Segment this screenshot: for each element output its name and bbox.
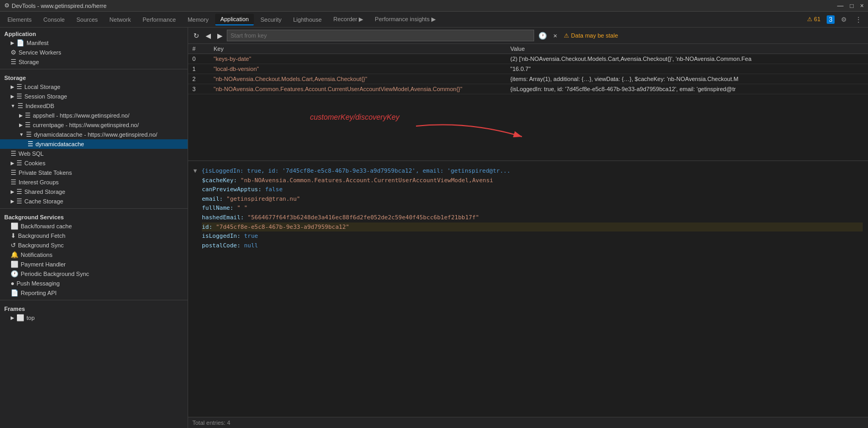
sidebar-item-interest-groups[interactable]: ☰ Interest Groups (0, 177, 188, 187)
divider-1 (0, 69, 188, 69)
cache-storage-icon: ☰ (16, 198, 22, 205)
tab-elements[interactable]: Elements (2, 14, 37, 25)
sidebar-item-notifications[interactable]: 🔔 Notifications (0, 250, 188, 260)
sidebar-item-background-fetch[interactable]: ⬇ Background Fetch (0, 231, 188, 240)
sidebar-item-appshell[interactable]: ▶ ☰ appshell - https://www.getinspired.n… (0, 111, 188, 120)
more-icon[interactable]: ⋮ (853, 15, 864, 24)
tab-sources[interactable]: Sources (71, 14, 103, 25)
table-row[interactable]: 1 "local-db-version" "16.0.7" (188, 64, 868, 74)
back-button[interactable]: ◀ (203, 31, 213, 41)
sidebar-item-payment-handler[interactable]: ⬜ Payment Handler (0, 260, 188, 269)
col-header-num: # (188, 44, 209, 54)
close-btn[interactable]: × (860, 2, 864, 10)
sidebar-item-shared-storage[interactable]: ▶ ☰ Shared Storage (0, 187, 188, 197)
key-filter-input[interactable] (227, 30, 534, 41)
value-panel-container: ▼ {isLoggedIn: true, id: '7d45cf8e-e5c8-… (188, 160, 868, 417)
console-badge[interactable]: 3 (827, 15, 835, 24)
cell-key: "local-db-version" (209, 64, 506, 74)
dynamicdatacache-db-label: dynamicdatacache - https://www.getinspir… (34, 131, 157, 138)
reporting-api-label: Reporting API (21, 290, 57, 296)
title-bar-controls: — □ × (837, 2, 864, 10)
maximize-btn[interactable]: □ (850, 2, 854, 10)
sidebar-item-storage-app[interactable]: ☰ Storage (0, 57, 188, 67)
sidebar-item-service-workers[interactable]: ⚙ Service Workers (0, 48, 188, 57)
clock-button[interactable]: 🕐 (536, 31, 549, 41)
warning-badge[interactable]: ⚠ 61 (805, 15, 822, 24)
payment-handler-icon: ⬜ (11, 261, 19, 268)
tab-security[interactable]: Security (255, 14, 287, 25)
sidebar-item-cookies[interactable]: ▶ ☰ Cookies (0, 158, 188, 168)
tab-lighthouse[interactable]: Lighthouse (288, 14, 327, 25)
tab-memory[interactable]: Memory (182, 14, 214, 25)
forward-button[interactable]: ▶ (215, 31, 225, 41)
reporting-api-icon: 📄 (11, 289, 19, 297)
sidebar-item-session-storage[interactable]: ▶ ☰ Session Storage (0, 92, 188, 101)
sidebar-item-private-state-tokens[interactable]: ☰ Private State Tokens (0, 168, 188, 177)
minimize-btn[interactable]: — (837, 2, 844, 10)
push-messaging-icon: ● (11, 280, 14, 287)
sidebar-item-cache-storage[interactable]: ▶ ☰ Cache Storage (0, 197, 188, 206)
sidebar-item-dynamicdatacache[interactable]: ☰ dynamicdatacache (0, 139, 188, 149)
sidebar-item-web-sql[interactable]: ☰ Web SQL (0, 149, 188, 158)
prop-canpreview: canPreviewApptus: false (202, 185, 863, 194)
table-scroll[interactable]: # Key Value 0 "keys-by-date" (2) ['nb-NO… (188, 44, 868, 160)
cell-key: "nb-NOAvensia.Checkout.Models.Cart,Avens… (209, 74, 506, 84)
storage-icon: ☰ (11, 58, 16, 66)
session-storage-label: Session Storage (24, 93, 67, 100)
data-table: # Key Value 0 "keys-by-date" (2) ['nb-NO… (188, 44, 868, 94)
sidebar-item-local-storage[interactable]: ▶ ☰ Local Storage (0, 82, 188, 92)
table-row[interactable]: 2 "nb-NOAvensia.Checkout.Models.Cart,Ave… (188, 74, 868, 84)
tab-performance[interactable]: Performance (137, 14, 181, 25)
storage-app-label: Storage (19, 59, 39, 65)
cache-storage-label: Cache Storage (24, 198, 63, 204)
refresh-button[interactable]: ↻ (191, 31, 201, 41)
tab-console[interactable]: Console (38, 14, 70, 25)
table-row[interactable]: 3 "nb-NOAvensia.Common.Features.Account.… (188, 84, 868, 94)
tab-network[interactable]: Network (104, 14, 136, 25)
table-row[interactable]: 0 "keys-by-date" (2) ['nb-NOAvensia.Chec… (188, 54, 868, 64)
expand-icon: ▼ (193, 167, 197, 174)
background-sync-icon: ↺ (11, 242, 16, 249)
sidebar-item-manifest[interactable]: ▶ 📄 Manifest (0, 38, 188, 48)
clear-button[interactable]: × (551, 31, 560, 41)
tab-performance-insights[interactable]: Performance insights ▶ (369, 14, 440, 25)
back-forward-cache-icon: ⬜ (11, 222, 19, 230)
cell-value: "16.0.7" (506, 64, 868, 74)
manifest-chevron: ▶ (11, 40, 14, 46)
shared-storage-chevron: ▶ (11, 189, 14, 194)
sidebar-item-back-forward-cache[interactable]: ⬜ Back/forward cache (0, 221, 188, 231)
web-sql-label: Web SQL (19, 150, 44, 157)
cookies-icon: ☰ (16, 159, 22, 167)
stale-text: Data may be stale (571, 32, 618, 39)
tab-recorder[interactable]: Recorder ▶ (328, 14, 368, 25)
periodic-bg-sync-label: Periodic Background Sync (21, 271, 89, 277)
cell-value: (2) ['nb-NOAvensia.Checkout.Models.Cart,… (506, 54, 868, 64)
sidebar-item-top[interactable]: ▶ ⬜ top (0, 313, 188, 323)
shared-storage-label: Shared Storage (24, 189, 65, 195)
settings-icon[interactable]: ⚙ (839, 15, 849, 24)
top-chevron: ▶ (11, 315, 14, 320)
private-state-tokens-icon: ☰ (11, 169, 16, 176)
sidebar-item-background-sync[interactable]: ↺ Background Sync (0, 240, 188, 250)
tab-application[interactable]: Application (215, 14, 254, 25)
indexeddb-icon: ☰ (17, 102, 23, 110)
manifest-icon: 📄 (16, 39, 24, 47)
sidebar-item-dynamicdatacache-db[interactable]: ▼ ☰ dynamicdatacache - https://www.getin… (0, 130, 188, 139)
cell-num: 0 (188, 54, 209, 64)
cell-num: 2 (188, 74, 209, 84)
sidebar-item-indexeddb[interactable]: ▼ ☰ IndexedDB (0, 101, 188, 111)
notifications-label: Notifications (21, 252, 52, 258)
interest-groups-label: Interest Groups (19, 179, 59, 185)
main-layout: Application ▶ 📄 Manifest ⚙ Service Worke… (0, 28, 868, 428)
background-fetch-label: Background Fetch (18, 233, 65, 239)
dynamicdatacache-db-icon: ☰ (26, 131, 32, 138)
cache-storage-chevron: ▶ (11, 199, 14, 204)
sidebar: Application ▶ 📄 Manifest ⚙ Service Worke… (0, 28, 188, 428)
stale-badge: ⚠ Data may be stale (564, 32, 618, 39)
cookies-label: Cookies (24, 160, 46, 166)
sidebar-item-reporting-api[interactable]: 📄 Reporting API (0, 288, 188, 298)
sidebar-item-currentpage[interactable]: ▶ ☰ currentpage - https://www.getinspire… (0, 120, 188, 130)
sidebar-item-periodic-bg-sync[interactable]: 🕐 Periodic Background Sync (0, 269, 188, 279)
total-entries: Total entries: 4 (188, 417, 868, 428)
sidebar-item-push-messaging[interactable]: ● Push Messaging (0, 279, 188, 288)
